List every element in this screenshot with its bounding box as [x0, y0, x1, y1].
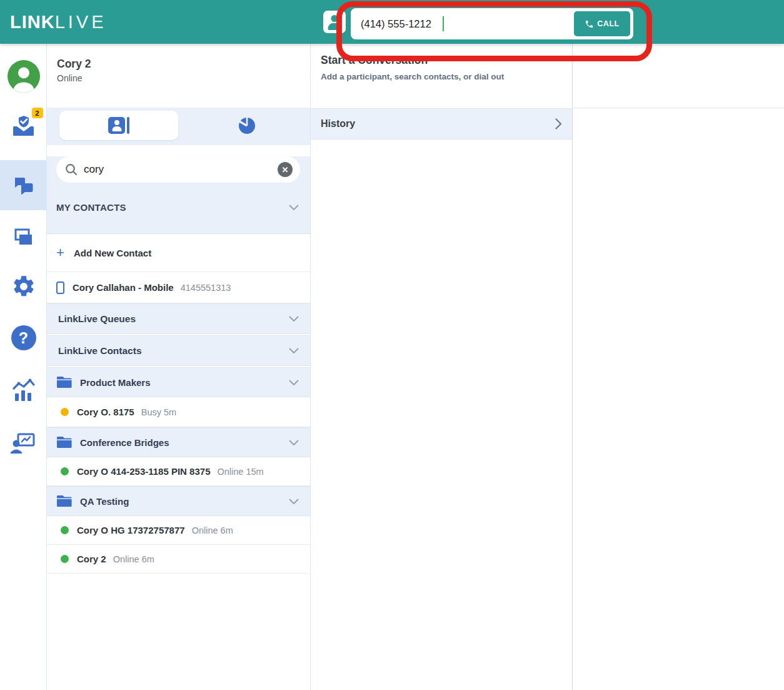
- pie-chart-icon: [237, 116, 257, 136]
- sidebar-item-inbox[interactable]: 2: [0, 111, 47, 143]
- current-user-status: Online: [57, 73, 300, 83]
- avatar-icon: [8, 60, 40, 93]
- contact-card-icon[interactable]: [323, 11, 346, 33]
- my-contacts-header[interactable]: MY CONTACTS: [47, 193, 310, 221]
- chevron-down-icon: [289, 348, 299, 353]
- chevron-down-icon: [289, 380, 299, 385]
- plus-icon: +: [56, 245, 74, 261]
- sidebar-item-coaching[interactable]: [0, 429, 47, 458]
- contact-row-cory-o-8175[interactable]: Cory O. 8175 Busy 5m: [47, 397, 310, 427]
- linklive-app: LINKLIVE CALL: [0, 0, 784, 690]
- analytics-icon: [9, 377, 38, 405]
- folder-icon: [57, 494, 73, 508]
- group-product-makers[interactable]: Product Makers: [47, 367, 310, 397]
- group-label: QA Testing: [80, 496, 289, 507]
- tab-reports[interactable]: [197, 111, 297, 140]
- contact-row-cory-callahan[interactable]: Cory Callahan - Mobile 4145551313: [47, 272, 310, 303]
- contacts-search-section: ✕ MY CONTACTS: [47, 156, 310, 234]
- divider: [573, 108, 784, 108]
- sidebar-item-settings[interactable]: [0, 274, 47, 299]
- sidebar-item-workspaces[interactable]: [0, 224, 47, 251]
- app-header: LINKLIVE CALL: [0, 0, 784, 44]
- section-linklive-contacts[interactable]: LinkLive Contacts: [47, 335, 310, 366]
- group-label: Conference Bridges: [80, 437, 289, 448]
- conversations-icon: [10, 171, 38, 199]
- sidebar-item-analytics[interactable]: [0, 377, 47, 405]
- history-row[interactable]: History: [311, 108, 572, 140]
- contact-name: Cory O 414-253-1185 PIN 8375: [77, 466, 210, 477]
- call-button[interactable]: CALL: [574, 11, 630, 36]
- contact-card-body: [328, 23, 341, 30]
- presence-status: Online 6m: [192, 525, 233, 535]
- phone-icon: [585, 19, 594, 29]
- chevron-down-icon: [289, 440, 299, 445]
- my-contacts-label: MY CONTACTS: [56, 202, 289, 213]
- contact-row-cory-o-hg[interactable]: Cory O HG 17372757877 Online 6m: [47, 516, 310, 545]
- workspaces-icon: [10, 224, 38, 251]
- group-conference-bridges[interactable]: Conference Bridges: [47, 427, 310, 457]
- group-qa-testing[interactable]: QA Testing: [47, 486, 310, 516]
- contacts-panel: Cory 2 Online: [47, 44, 311, 690]
- search-icon: [65, 163, 78, 176]
- presence-status: Online 15m: [217, 467, 263, 477]
- section-label: LinkLive Queues: [58, 313, 289, 325]
- contact-name: Cory 2: [77, 554, 106, 564]
- dial-out-field-group: CALL: [351, 8, 633, 39]
- navigation-rail: 2 ?: [0, 44, 47, 690]
- sidebar-item-profile[interactable]: [0, 60, 47, 93]
- unread-badge: 2: [32, 108, 43, 118]
- clear-search-icon[interactable]: ✕: [278, 162, 293, 177]
- contact-name: Cory O HG 17372757877: [77, 525, 185, 535]
- current-user-header: Cory 2 Online: [47, 44, 310, 108]
- chevron-down-icon: [289, 499, 299, 504]
- section-linklive-queues[interactable]: LinkLive Queues: [47, 303, 310, 334]
- help-icon: ?: [11, 325, 36, 350]
- contacts-search-field[interactable]: ✕: [56, 156, 300, 183]
- mobile-phone-icon: [56, 282, 64, 294]
- tab-contacts[interactable]: [59, 111, 178, 140]
- contact-book-icon: [108, 117, 129, 134]
- contact-name: Cory O. 8175: [77, 407, 134, 417]
- presence-online-dot: [61, 467, 69, 475]
- contacts-tab-bar: [47, 108, 310, 145]
- folder-icon: [57, 375, 73, 389]
- presence-online-dot: [61, 526, 69, 534]
- contacts-search-input[interactable]: [84, 163, 278, 176]
- settings-gear-icon: [11, 274, 36, 299]
- section-label: LinkLive Contacts: [58, 345, 289, 357]
- contact-name: Cory Callahan - Mobile: [73, 282, 174, 293]
- sidebar-item-conversations[interactable]: [0, 171, 47, 199]
- linklive-logo: LINKLIVE: [10, 12, 107, 33]
- conversation-subtitle: Add a participant, search contacts, or d…: [321, 72, 562, 81]
- presence-online-dot: [61, 555, 69, 563]
- presence-busy-dot: [61, 408, 69, 416]
- conversation-panel: Start a Conversation Add a participant, …: [311, 44, 573, 690]
- presence-status: Busy 5m: [141, 407, 176, 417]
- contact-phone-number: 4145551313: [181, 283, 231, 293]
- chevron-right-icon: [555, 118, 562, 129]
- logo-light: LIVE: [55, 12, 107, 32]
- presence-status: Online 6m: [113, 554, 154, 564]
- chevron-down-icon: [289, 205, 299, 210]
- chevron-down-icon: [289, 316, 299, 322]
- contact-row-cory-2[interactable]: Cory 2 Online 6m: [47, 545, 310, 574]
- contact-card-head: [331, 15, 338, 22]
- contact-row-conference-bridge[interactable]: Cory O 414-253-1185 PIN 8375 Online 15m: [47, 457, 310, 486]
- coaching-monitor-icon: [9, 429, 38, 458]
- add-new-contact-button[interactable]: + Add New Contact: [47, 234, 310, 272]
- sidebar-item-help[interactable]: ?: [0, 325, 47, 350]
- text-caret: [443, 16, 444, 31]
- group-label: Product Makers: [80, 377, 289, 388]
- add-contact-label: Add New Contact: [74, 248, 151, 258]
- folder-icon: [57, 435, 73, 449]
- logo-bold: LINK: [10, 12, 55, 32]
- conversation-header: Start a Conversation Add a participant, …: [311, 44, 572, 108]
- call-button-label: CALL: [597, 19, 620, 28]
- conversation-title: Start a Conversation: [321, 54, 562, 67]
- current-user-name: Cory 2: [57, 58, 300, 71]
- history-label: History: [321, 118, 555, 129]
